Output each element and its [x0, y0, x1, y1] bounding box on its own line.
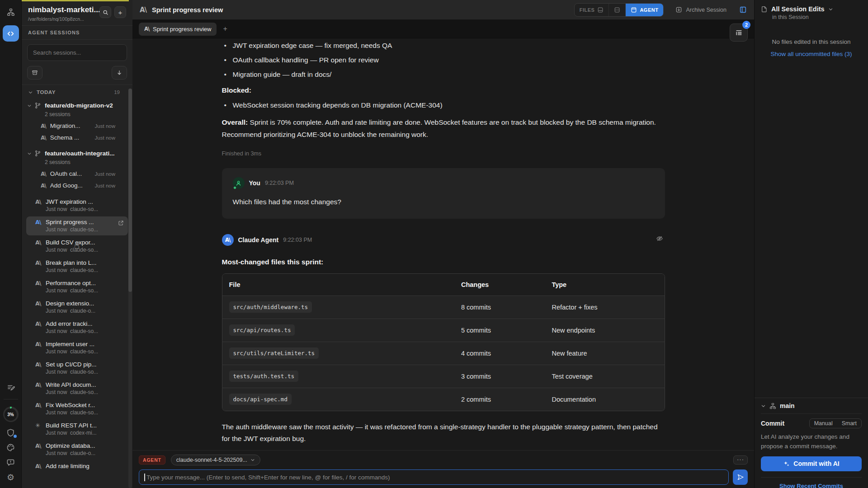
show-recent-commits-link[interactable]: Show Recent Commits [761, 483, 862, 488]
files-view-toggle[interactable]: FILES [575, 4, 609, 16]
session-item[interactable]: A\Add rate limiting [26, 460, 128, 472]
edits-scope-selector[interactable]: All Session Edits [761, 5, 862, 13]
main-panel: A\ Sprint progress review FILES [132, 0, 754, 488]
theme-palette-icon[interactable] [6, 443, 15, 452]
model-selector[interactable]: claude-sonnet-4-5-202509... [171, 455, 260, 465]
message-timestamp: 9:22:03 PM [283, 237, 312, 243]
session-item[interactable]: A\Optimize databa... Just now claude-o..… [26, 440, 128, 459]
branch-group-header[interactable]: feature/oauth-integrati... [26, 149, 128, 158]
more-options-button[interactable]: ··· [733, 455, 748, 465]
list-item: WebSocket session tracking depends on DB… [222, 101, 665, 109]
claude-icon: A\ [41, 135, 46, 141]
claude-icon: A\ [35, 239, 42, 246]
conversation-scroll-area[interactable]: JWT expiration edge case — fix merged, n… [132, 39, 754, 450]
notes-edit-icon[interactable] [7, 384, 15, 392]
branch-name: feature/oauth-integrati... [45, 150, 115, 157]
toggle-right-panel-button[interactable] [739, 6, 747, 14]
session-title: Build CSV expor... [46, 239, 95, 246]
send-button[interactable] [733, 469, 748, 485]
session-time: Just now [95, 183, 115, 188]
claude-icon: A\ [35, 341, 42, 347]
agent-view-toggle[interactable]: AGENT [625, 4, 663, 16]
session-item[interactable]: A\Add error tracki... Just now claude-so… [26, 318, 128, 337]
outline-list-icon [735, 29, 743, 37]
session-item[interactable]: A\Implement user ... Just now claude-so.… [26, 338, 128, 357]
commit-with-ai-label: Commit with AI [793, 460, 839, 467]
manual-mode-option[interactable]: Manual [810, 419, 837, 428]
settings-gear-icon[interactable]: ⚙ [7, 473, 14, 482]
branch-group-header[interactable]: feature/db-migration-v2 [26, 101, 128, 110]
archive-filter-button[interactable] [27, 66, 42, 80]
search-button[interactable] [99, 6, 111, 18]
sort-button[interactable] [112, 66, 127, 80]
sidebar-toolbar [27, 66, 127, 80]
session-title: Migration... [50, 122, 80, 129]
chevron-down-icon [28, 90, 33, 95]
split-view-toggle[interactable] [609, 4, 625, 16]
session-item[interactable]: A\ Schema ... Just now [41, 134, 128, 141]
session-item[interactable]: A\Fix WebSocket r... Just now claude-so.… [26, 399, 128, 418]
branch-group: feature/db-migration-v2 2 sessions A\ Mi… [26, 101, 128, 141]
session-title: Sprint progress ... [46, 219, 94, 225]
workflow-icon[interactable] [7, 8, 15, 16]
session-meta: Just now claude-so... [46, 206, 124, 212]
commit-label: Commit [761, 420, 784, 427]
claude-icon: A\ [41, 183, 46, 189]
session-meta: Just now claude-so... [46, 287, 124, 294]
rail-bottom-icons: 3% ⚙ [3, 384, 19, 488]
done-items-list: JWT expiration edge case — fix merged, n… [222, 42, 665, 79]
archive-session-button[interactable]: Archive Session [675, 6, 726, 13]
tab-label: Sprint progress review [153, 26, 211, 33]
chevron-down-icon [27, 103, 32, 108]
overall-summary: Overall: Sprint is 70% complete. Auth an… [222, 116, 665, 141]
session-title: Add error tracki... [46, 320, 93, 327]
session-search[interactable] [27, 44, 127, 61]
session-item[interactable]: A\Write API docum... Just now claude-so.… [26, 379, 128, 398]
branch-session-count: 2 sessions [45, 111, 128, 117]
session-title: OAuth cal... [50, 170, 82, 177]
message-input[interactable] [139, 470, 728, 484]
closing-paragraph: The auth middleware saw the most activit… [222, 421, 665, 444]
new-tab-button[interactable]: + [223, 25, 227, 33]
search-sessions-input[interactable] [32, 49, 122, 56]
table-row: src/api/routes.ts 5 commits New endpoint… [222, 319, 665, 342]
new-session-button[interactable]: + [114, 6, 126, 18]
feedback-chat-icon[interactable] [6, 458, 15, 467]
claude-icon: A\ [41, 171, 46, 177]
tab-sprint-progress-review[interactable]: A\ Sprint progress review [139, 23, 217, 36]
session-title: Optimize databa... [46, 442, 95, 449]
branch-selector[interactable]: main [761, 402, 862, 409]
panel-left-icon [739, 6, 747, 14]
session-item-selected[interactable]: A\Sprint progress ... Just now claude-so… [26, 216, 128, 235]
changes-cell: 5 commits [454, 327, 545, 334]
session-title: Implement user ... [46, 341, 94, 347]
sidebar-scrollbar[interactable] [128, 89, 132, 488]
session-item[interactable]: A\ Migration... Just now [41, 122, 128, 129]
layout-bottom-icon [597, 7, 604, 13]
session-item[interactable]: A\Performance opt... Just now claude-so.… [26, 277, 128, 296]
table-row: src/auth/middleware.ts 8 commits Refacto… [222, 296, 665, 319]
code-workspace-button[interactable] [3, 25, 19, 42]
archive-box-icon [32, 70, 38, 76]
session-item[interactable]: A\Set up CI/CD pip... Just now claude-so… [26, 359, 128, 378]
date-group-today[interactable]: TODAY 19 [26, 89, 128, 96]
session-item[interactable]: A\ Add Goog... Just now [41, 182, 128, 189]
view-mode-segmented-control: FILES AGENT [574, 3, 664, 17]
hide-message-icon[interactable] [656, 235, 663, 242]
usage-meter[interactable]: 3% [3, 407, 19, 422]
show-uncommitted-files-link[interactable]: Show all uncommitted files (3) [755, 51, 868, 57]
branch-group: feature/oauth-integrati... 2 sessions A\… [26, 149, 128, 189]
open-in-new-icon[interactable] [118, 220, 124, 226]
table-row: docs/api-spec.md 2 commits Documentation [222, 388, 665, 411]
commit-with-ai-button[interactable]: Commit with AI [761, 456, 862, 471]
session-item[interactable]: A\Break plan into L... Just now claude-s… [26, 257, 128, 276]
session-item[interactable]: A\ OAuth cal... Just now [41, 170, 128, 177]
rail-divider [4, 399, 18, 399]
session-item[interactable]: A\Design extensio... Just now claude-o..… [26, 298, 128, 317]
session-item[interactable]: ✳Build REST API t... Just now codex-mi..… [26, 420, 128, 439]
shield-icon[interactable] [6, 428, 15, 437]
scrollbar-thumb[interactable] [128, 89, 132, 292]
smart-mode-option[interactable]: Smart [837, 419, 861, 428]
today-count: 19 [114, 89, 120, 95]
session-item[interactable]: A\JWT expiration ... Just now claude-so.… [26, 196, 128, 215]
